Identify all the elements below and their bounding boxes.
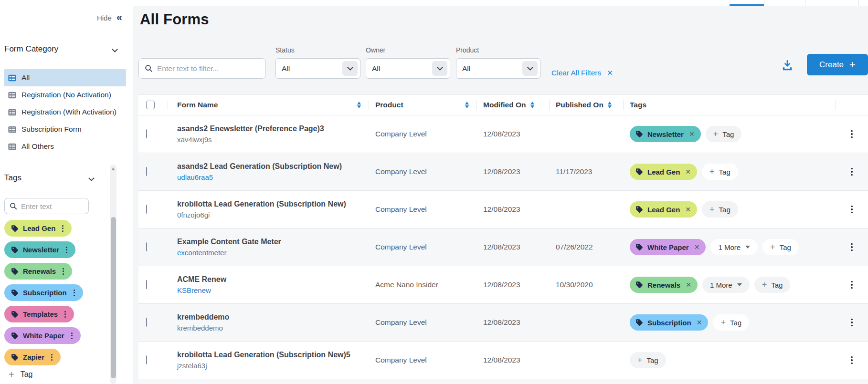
row-options-icon[interactable] [847,203,857,216]
clear-all-filters-button[interactable]: Clear All Filters ✕ [551,69,613,77]
remove-tag-icon[interactable]: ✕ [686,281,691,289]
tag-options-icon[interactable] [61,223,64,234]
sort-icon[interactable] [357,102,361,108]
tag-pill-lead-gen[interactable]: Lead Gen✕ [630,164,697,180]
row-options-icon[interactable] [847,316,857,329]
chevron-down-icon[interactable] [432,61,447,76]
sidebar-tag-list: Lead GenNewsletterRenewalsSubscriptionTe… [4,220,83,370]
add-tag-button[interactable]: +Tag [702,201,738,218]
add-tag-label: Tag [780,243,791,251]
tags-cell: Lead Gen✕+Tag [623,164,836,180]
tag-pill-newsletter[interactable]: Newsletter✕ [630,126,701,142]
chevron-down-icon[interactable] [88,175,95,181]
column-header-form-name[interactable]: Form Name [168,95,369,115]
sidebar-tag-zapier[interactable]: Zapier [4,349,61,365]
owner-filter-dropdown[interactable]: All [366,58,450,79]
more-tags-button[interactable]: 1 More [710,239,758,255]
select-all-checkbox[interactable] [146,101,155,109]
tag-options-icon[interactable] [70,331,74,341]
add-tag-button[interactable]: +Tag [762,239,799,255]
sidebar-item-all-others[interactable]: All Others [4,138,126,155]
more-tags-button[interactable]: 1 More [702,277,750,293]
tag-options-icon[interactable] [62,266,65,277]
row-checkbox[interactable] [146,355,147,364]
tag-icon [635,243,643,251]
sidebar-tag-white-paper[interactable]: White Paper [4,327,81,344]
sort-icon[interactable] [530,102,534,108]
export-download-button[interactable] [779,57,795,73]
sidebar-tag-newsletter[interactable]: Newsletter [4,241,75,258]
scrollbar-thumb[interactable] [111,217,116,378]
sidebar-tag-renewals[interactable]: Renewals [4,263,72,280]
sort-icon[interactable] [465,102,469,108]
table-filter-input[interactable] [157,64,260,73]
sort-icon[interactable] [608,102,612,108]
tags-cell: Renewals✕1 More+Tag [623,277,836,293]
remove-tag-icon[interactable]: ✕ [697,319,702,326]
tag-options-icon[interactable] [73,288,76,298]
clear-all-filters-label: Clear All Filters [551,69,601,77]
sidebar-item-registration-no-activation[interactable]: Registration (No Activation) [4,86,126,104]
chevron-down-icon[interactable] [522,61,538,76]
row-checkbox[interactable] [146,242,147,251]
row-checkbox[interactable] [146,280,147,289]
hide-sidebar-button[interactable]: Hide « [97,13,122,22]
status-filter-dropdown[interactable]: All [275,58,360,79]
tag-pill-subscription[interactable]: Subscription✕ [630,314,708,331]
sidebar-tag-subscription[interactable]: Subscription [4,284,83,301]
column-header-modified-on[interactable]: Modified On [476,95,549,115]
sidebar-item-subscription-form[interactable]: Subscription Form [4,121,126,138]
kebab-dot [851,287,853,289]
row-checkbox[interactable] [146,129,147,138]
modified-on-cell: 12/08/2023 [476,280,549,289]
add-tag-button[interactable]: +Tag [630,352,666,368]
sidebar-tag-templates[interactable]: Templates [4,306,74,322]
tag-pill-renewals[interactable]: Renewals✕ [630,277,698,293]
sidebar-item-all[interactable]: All [4,69,126,86]
column-header-product[interactable]: Product [369,95,476,115]
sidebar-item-registration-with-activation[interactable]: Registration (With Activation) [4,104,126,121]
chevron-down-icon[interactable] [112,46,118,52]
sidebar-tag-lead-gen[interactable]: Lead Gen [4,220,72,237]
row-checkbox[interactable] [146,167,147,176]
product-filter-value: All [462,64,470,73]
row-options-icon[interactable] [847,128,857,141]
tag-options-icon[interactable] [65,245,68,255]
add-tag-button[interactable]: +Tag [754,277,791,293]
row-options-icon[interactable] [847,166,857,178]
create-button[interactable]: Create + [807,54,868,75]
form-list-icon [8,91,16,99]
product-cell: Company Level [369,130,476,138]
remove-tag-icon[interactable]: ✕ [689,130,695,138]
search-icon [10,202,17,210]
form-id-link[interactable]: excontentmeter [177,248,369,258]
product-filter-dropdown[interactable]: All [456,58,540,79]
row-options-icon[interactable] [847,279,857,291]
tags-search-input[interactable] [21,202,84,210]
tags-cell: White Paper✕1 More+Tag [623,239,836,255]
form-id-link[interactable]: KSBrenew [177,285,369,295]
row-checkbox[interactable] [146,205,147,214]
row-options-icon[interactable] [847,354,857,367]
kebab-dot [71,335,73,336]
add-tag-button[interactable]: +Tag [713,314,749,331]
tag-pill-lead-gen[interactable]: Lead Gen✕ [630,201,697,218]
tag-options-icon[interactable] [64,309,67,320]
column-header-published-on[interactable]: Published On [549,95,623,115]
collapse-sidebar-icon[interactable]: « [116,13,122,22]
remove-tag-icon[interactable]: ✕ [685,206,691,213]
plus-icon: + [709,205,715,214]
add-tag-button[interactable]: +Tag [702,164,738,180]
form-id-link[interactable]: udlau6raa5 [177,172,369,182]
scroll-up-icon[interactable] [111,167,115,170]
add-tag-button[interactable]: +Tag [706,126,742,142]
tags-scrollbar[interactable] [110,165,116,384]
remove-tag-icon[interactable]: ✕ [694,243,700,251]
remove-tag-icon[interactable]: ✕ [685,168,691,176]
row-options-icon[interactable] [847,241,857,254]
sidebar-add-tag-button[interactable]: + Tag [9,370,32,379]
tag-options-icon[interactable] [50,352,53,363]
row-checkbox[interactable] [146,318,147,327]
chevron-down-icon[interactable] [342,61,358,76]
tag-pill-white-paper[interactable]: White Paper✕ [630,239,706,255]
